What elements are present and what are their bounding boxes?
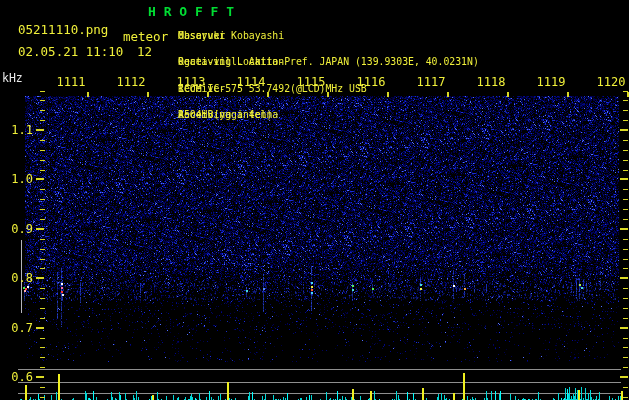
datetime-label: 02.05.21 11:10 xyxy=(18,44,123,59)
freq-tick-label: 0.9 xyxy=(4,222,33,236)
station-info: Observer:Masayuki Kobayashi Receiving Lo… xyxy=(178,3,202,134)
time-tick-label: 1116 xyxy=(356,75,386,89)
freq-tick-label: 0.8 xyxy=(4,271,33,285)
info-value: A504HB(yagi 4el) xyxy=(178,108,272,121)
freq-tick-label: 0.7 xyxy=(4,321,33,335)
freq-axis-unit: kHz xyxy=(2,71,23,85)
time-tick-label: 1119 xyxy=(536,75,566,89)
freq-tick-label: 1.0 xyxy=(4,172,33,186)
time-tick-label: 1112 xyxy=(116,75,146,89)
hrofft-screen: H R O F F T 05211110.png meteor 02.05.21… xyxy=(0,0,629,400)
time-tick-label: 1117 xyxy=(416,75,446,89)
freq-tick-label: 0.6 xyxy=(4,370,33,384)
time-tick-label: 1118 xyxy=(476,75,506,89)
filename-label: 05211110.png xyxy=(18,22,108,37)
time-tick-label: 1115 xyxy=(296,75,326,89)
meteor-count: 12 xyxy=(137,44,152,59)
info-value: ICOM IC-575 53.7492(@LCD)MHz USB xyxy=(178,82,367,95)
time-tick-label: 1111 xyxy=(56,75,86,89)
freq-tick-label: 1.1 xyxy=(4,123,33,137)
time-tick-label: 1114 xyxy=(236,75,266,89)
mode-label: meteor xyxy=(123,29,168,44)
time-tick-label: 1113 xyxy=(176,75,206,89)
time-tick-label: 1120 xyxy=(596,75,626,89)
info-value: Ogata-vill. Akita-Pref. JAPAN (139.9303E… xyxy=(178,55,479,68)
info-value: Masayuki Kobayashi xyxy=(178,29,284,42)
